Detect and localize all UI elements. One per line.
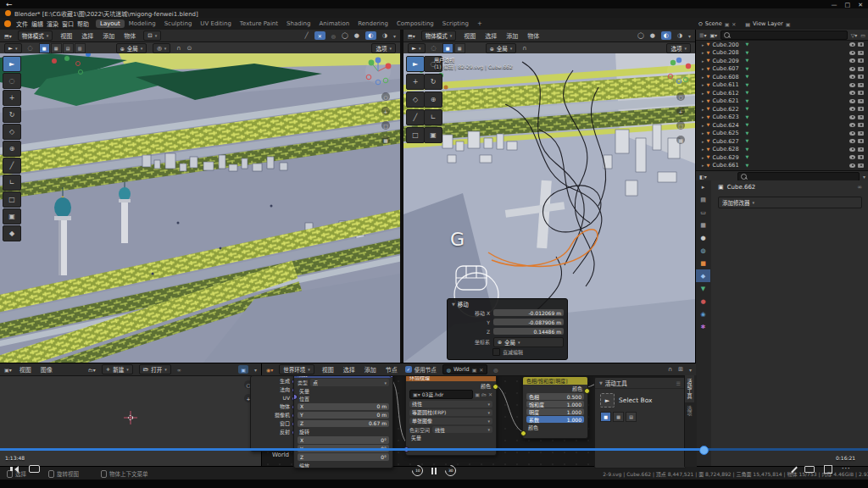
menu-select[interactable]: 选择 [483, 31, 498, 40]
scene-name[interactable]: Scene [705, 20, 722, 27]
hide-icon[interactable] [849, 131, 855, 136]
new-image-icon[interactable]: ▣ [475, 391, 480, 397]
tool-transform[interactable]: ⊕ [424, 92, 442, 108]
unlink-icon[interactable]: ✕ [488, 391, 492, 397]
render-icon[interactable] [858, 51, 864, 55]
render-icon[interactable] [858, 147, 864, 152]
close-icon[interactable]: ✕ [858, 2, 863, 8]
ortho-toggle-icon[interactable]: ▦ [676, 136, 685, 144]
menu-window[interactable]: 窗口 [60, 19, 75, 28]
video-progress-track[interactable] [0, 448, 868, 451]
outliner-row[interactable]: ▸▼Cube.608▼ [696, 73, 868, 81]
filter-icon[interactable]: ▽▾ [851, 32, 858, 38]
add-modifier-dropdown[interactable]: 添加修改器 [718, 197, 862, 208]
workspace-tab-rendering[interactable]: Rendering [353, 19, 392, 28]
projection-dropdown[interactable]: 等距圆柱(ERP) [409, 409, 492, 417]
node-hue-saturation[interactable]: 色相/饱和度[明度] 颜色 色相0.500 饱和度1.000 明度1.000 系… [522, 376, 588, 439]
pin-icon[interactable]: ◎ [493, 367, 498, 373]
blender-menu-icon[interactable] [4, 20, 11, 27]
open-image-icon[interactable]: 🗁 [481, 391, 487, 397]
subtitles-icon[interactable] [29, 465, 40, 473]
active-tool-dropdown[interactable]: ► [408, 43, 426, 53]
pan-hand-icon[interactable]: + [381, 107, 390, 115]
tool-measure[interactable]: ∟ [3, 175, 21, 191]
snap-magnet-icon[interactable]: ∩ [668, 366, 672, 373]
cursor-tool-icon[interactable]: ◌ [431, 45, 437, 52]
rotation-z[interactable]: Z0° [298, 453, 389, 461]
pan-hand-icon[interactable]: + [676, 107, 685, 115]
tab-data-icon[interactable]: ▼ [696, 282, 710, 295]
maximize-icon[interactable]: □ [845, 2, 851, 8]
socket-color-in[interactable] [520, 430, 526, 436]
tab-world-icon[interactable]: ◍ [696, 244, 710, 257]
viewport-left-scene[interactable] [0, 53, 400, 363]
dropdown-icon[interactable]: ▾ [689, 367, 692, 373]
minimize-icon[interactable]: — [832, 2, 837, 8]
tool-measure[interactable]: ∟ [424, 109, 442, 125]
select-mode-extend-icon[interactable]: ▦ [51, 43, 62, 53]
menu-object[interactable]: 物体 [122, 31, 137, 40]
hide-icon[interactable] [849, 83, 855, 87]
move-y-field[interactable]: -0.087906 m [493, 319, 564, 326]
view-layer-name[interactable]: View Layer [753, 20, 783, 27]
snap-magnet-icon[interactable]: ∩ [176, 45, 181, 52]
snap-toggle-icon[interactable]: ✕ [314, 31, 326, 40]
active-tool-row[interactable]: ► Select Box [595, 389, 685, 408]
hide-icon[interactable] [849, 164, 855, 168]
hide-icon[interactable] [849, 67, 855, 71]
editor-type-icon[interactable]: ⬒▾ [4, 33, 12, 39]
outliner-row[interactable]: ▸▼Cube.623▼ [696, 114, 868, 122]
outliner-row[interactable]: ▸▼Cube.200▼ [696, 41, 868, 49]
workspace-tab-compositing[interactable]: Compositing [392, 19, 438, 28]
render-icon[interactable] [858, 58, 864, 63]
tool-scale[interactable]: ◇ [3, 124, 21, 140]
hide-icon[interactable] [849, 91, 855, 95]
render-icon[interactable] [858, 42, 864, 47]
orientation-dropdown[interactable]: ⊕全局 [116, 43, 147, 53]
nav-gizmo[interactable] [663, 54, 695, 92]
render-icon[interactable] [858, 131, 864, 136]
workspace-tab-add[interactable]: + [473, 19, 487, 28]
hue-field[interactable]: 色相0.500 [526, 393, 584, 400]
editor-type-icon[interactable]: ▣▾ [4, 367, 12, 373]
menu-view[interactable]: 视图 [58, 31, 74, 40]
workspace-tab-shading[interactable]: Shading [282, 19, 314, 28]
copy-icon[interactable]: ▣ [786, 21, 791, 27]
node-mapping[interactable]: 映射 类型 点 矢量 位置 X0 m Y0 m Z0.67 m 旋转 X0° Y… [293, 369, 393, 469]
move-x-field[interactable]: -0.012069 m [493, 309, 564, 317]
open-image-button[interactable]: 🗁 打开 [139, 364, 171, 374]
outliner-row[interactable]: ▸▼Cube.209▼ [696, 57, 868, 65]
outliner-row[interactable]: ▸▼Cube.208▼ [696, 49, 868, 58]
copy-icon[interactable]: ▣ [472, 367, 477, 373]
workspace-tab-animation[interactable]: Animation [314, 19, 353, 28]
camera-view-icon[interactable]: □ [676, 121, 685, 130]
tab-viewlayer-icon[interactable]: ▦ [696, 219, 710, 231]
nav-gizmo[interactable] [359, 54, 397, 92]
render-icon[interactable] [858, 83, 864, 87]
collapse-icon[interactable]: ▼ [599, 380, 603, 385]
tab-render-icon[interactable]: ▤ [696, 193, 710, 206]
workspace-tab-texturepaint[interactable]: Texture Paint [236, 19, 282, 28]
editor-type-icon[interactable]: ◧▾ [699, 174, 707, 180]
tool-move[interactable]: + [3, 90, 21, 106]
shading-solid-icon[interactable]: ● [650, 32, 655, 39]
hide-icon[interactable] [849, 99, 855, 103]
tab-modifiers-icon[interactable]: ◆ [696, 269, 710, 282]
menu-node[interactable]: 节点 [384, 365, 399, 374]
hide-icon[interactable] [849, 155, 855, 159]
display-mode-icon[interactable]: ☰▾ [699, 32, 706, 38]
menu-file[interactable]: 文件 [14, 19, 30, 28]
hide-icon[interactable] [849, 58, 855, 63]
mode-dropdown[interactable]: 物体模式 [421, 30, 457, 41]
render-icon[interactable] [858, 139, 864, 143]
overlap-icon[interactable]: ⊙ [186, 45, 192, 52]
hide-icon[interactable] [849, 123, 855, 127]
ortho-toggle-icon[interactable]: ▦ [381, 136, 390, 144]
outliner-row[interactable]: ▸▼Cube.621▼ [696, 97, 868, 106]
menu-render[interactable]: 渲染 [45, 19, 60, 28]
interpolation-dropdown[interactable]: 线性 [409, 401, 492, 408]
outliner-row[interactable]: ▸▼Cube.661▼ [696, 162, 868, 170]
shading-material-icon[interactable]: ◐ [365, 31, 376, 40]
hide-icon[interactable] [849, 115, 855, 119]
tool-annotate[interactable]: ╱ [406, 109, 425, 125]
